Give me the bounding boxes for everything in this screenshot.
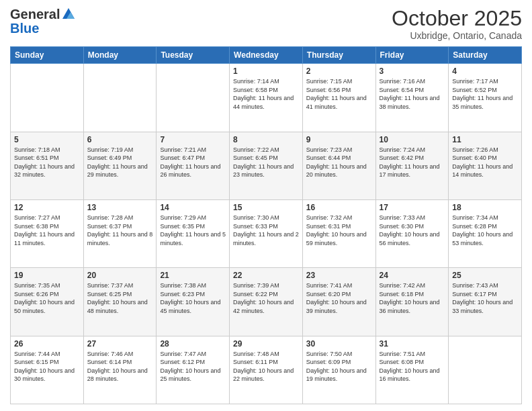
calendar-cell: 14Sunrise: 7:29 AM Sunset: 6:35 PM Dayli…: [157, 199, 230, 267]
calendar-cell: 23Sunrise: 7:41 AM Sunset: 6:20 PM Dayli…: [302, 268, 375, 336]
day-info: Sunrise: 7:50 AM Sunset: 6:09 PM Dayligh…: [306, 350, 372, 383]
day-number: 5: [14, 135, 80, 144]
day-number: 18: [452, 203, 518, 212]
day-info: Sunrise: 7:18 AM Sunset: 6:51 PM Dayligh…: [14, 146, 80, 179]
calendar-cell: 4Sunrise: 7:17 AM Sunset: 6:52 PM Daylig…: [449, 64, 522, 132]
day-info: Sunrise: 7:44 AM Sunset: 6:15 PM Dayligh…: [14, 350, 80, 383]
calendar-cell: 11Sunrise: 7:26 AM Sunset: 6:40 PM Dayli…: [449, 132, 522, 199]
calendar-cell: [449, 336, 522, 404]
day-number: 2: [306, 66, 372, 76]
calendar-cell: 2Sunrise: 7:15 AM Sunset: 6:56 PM Daylig…: [302, 64, 375, 132]
calendar-cell: 7Sunrise: 7:21 AM Sunset: 6:47 PM Daylig…: [157, 132, 230, 199]
calendar-cell: 6Sunrise: 7:19 AM Sunset: 6:49 PM Daylig…: [83, 132, 157, 199]
day-number: 10: [380, 135, 445, 144]
day-number: 23: [306, 271, 372, 280]
day-info: Sunrise: 7:35 AM Sunset: 6:26 PM Dayligh…: [14, 281, 80, 315]
calendar-cell: 1Sunrise: 7:14 AM Sunset: 6:58 PM Daylig…: [230, 64, 303, 132]
col-friday: Friday: [375, 47, 449, 64]
day-number: 11: [452, 135, 518, 144]
logo: General Blue: [10, 7, 76, 35]
day-number: 17: [380, 203, 445, 212]
calendar-cell: 3Sunrise: 7:16 AM Sunset: 6:54 PM Daylig…: [375, 64, 449, 132]
calendar-week-row: 1Sunrise: 7:14 AM Sunset: 6:58 PM Daylig…: [11, 64, 522, 132]
day-number: 30: [306, 339, 372, 349]
day-info: Sunrise: 7:39 AM Sunset: 6:22 PM Dayligh…: [233, 281, 299, 315]
day-info: Sunrise: 7:43 AM Sunset: 6:17 PM Dayligh…: [452, 281, 518, 315]
col-sunday: Sunday: [11, 47, 84, 64]
day-number: 13: [87, 203, 153, 212]
calendar-cell: 18Sunrise: 7:34 AM Sunset: 6:28 PM Dayli…: [449, 199, 522, 267]
day-info: Sunrise: 7:26 AM Sunset: 6:40 PM Dayligh…: [452, 146, 518, 179]
calendar-week-row: 12Sunrise: 7:27 AM Sunset: 6:38 PM Dayli…: [11, 199, 522, 267]
day-number: 26: [14, 339, 80, 349]
calendar-cell: [11, 64, 84, 132]
day-number: 16: [306, 203, 372, 212]
day-info: Sunrise: 7:15 AM Sunset: 6:56 PM Dayligh…: [306, 77, 372, 111]
calendar-cell: 30Sunrise: 7:50 AM Sunset: 6:09 PM Dayli…: [302, 336, 375, 404]
day-number: 31: [380, 339, 445, 349]
calendar-week-row: 19Sunrise: 7:35 AM Sunset: 6:26 PM Dayli…: [11, 268, 522, 336]
calendar-cell: [83, 64, 157, 132]
calendar-cell: 27Sunrise: 7:46 AM Sunset: 6:14 PM Dayli…: [83, 336, 157, 404]
day-number: 21: [160, 271, 226, 280]
day-info: Sunrise: 7:42 AM Sunset: 6:18 PM Dayligh…: [380, 281, 445, 315]
calendar-cell: 15Sunrise: 7:30 AM Sunset: 6:33 PM Dayli…: [230, 199, 303, 267]
day-number: 3: [380, 66, 445, 76]
day-number: 29: [233, 339, 299, 349]
calendar-cell: 20Sunrise: 7:37 AM Sunset: 6:25 PM Dayli…: [83, 268, 157, 336]
calendar-cell: 25Sunrise: 7:43 AM Sunset: 6:17 PM Dayli…: [449, 268, 522, 336]
day-number: 6: [87, 135, 153, 144]
col-wednesday: Wednesday: [230, 47, 303, 64]
day-info: Sunrise: 7:17 AM Sunset: 6:52 PM Dayligh…: [452, 77, 518, 111]
calendar-cell: 16Sunrise: 7:32 AM Sunset: 6:31 PM Dayli…: [302, 199, 375, 267]
day-number: 4: [452, 66, 518, 76]
calendar-table: Sunday Monday Tuesday Wednesday Thursday…: [10, 46, 522, 404]
day-number: 15: [233, 203, 299, 212]
day-info: Sunrise: 7:19 AM Sunset: 6:49 PM Dayligh…: [87, 146, 153, 179]
day-info: Sunrise: 7:22 AM Sunset: 6:45 PM Dayligh…: [233, 146, 299, 179]
day-number: 22: [233, 271, 299, 280]
calendar-cell: 10Sunrise: 7:24 AM Sunset: 6:42 PM Dayli…: [375, 132, 449, 199]
calendar-cell: 29Sunrise: 7:48 AM Sunset: 6:11 PM Dayli…: [230, 336, 303, 404]
day-number: 19: [14, 271, 80, 280]
day-info: Sunrise: 7:16 AM Sunset: 6:54 PM Dayligh…: [380, 77, 445, 111]
calendar-cell: 31Sunrise: 7:51 AM Sunset: 6:08 PM Dayli…: [375, 336, 449, 404]
day-info: Sunrise: 7:33 AM Sunset: 6:30 PM Dayligh…: [380, 214, 445, 247]
header: General Blue October 2025 Uxbridge, Onta…: [10, 7, 522, 41]
day-number: 27: [87, 339, 153, 349]
day-number: 12: [14, 203, 80, 212]
calendar-cell: 8Sunrise: 7:22 AM Sunset: 6:45 PM Daylig…: [230, 132, 303, 199]
page-title: October 2025: [392, 7, 522, 30]
logo-icon: [61, 7, 76, 21]
day-info: Sunrise: 7:29 AM Sunset: 6:35 PM Dayligh…: [160, 214, 226, 247]
calendar-cell: [157, 64, 230, 132]
col-thursday: Thursday: [302, 47, 375, 64]
day-info: Sunrise: 7:32 AM Sunset: 6:31 PM Dayligh…: [306, 214, 372, 247]
calendar-cell: 17Sunrise: 7:33 AM Sunset: 6:30 PM Dayli…: [375, 199, 449, 267]
calendar-cell: 21Sunrise: 7:38 AM Sunset: 6:23 PM Dayli…: [157, 268, 230, 336]
calendar-week-row: 5Sunrise: 7:18 AM Sunset: 6:51 PM Daylig…: [11, 132, 522, 199]
calendar-cell: 12Sunrise: 7:27 AM Sunset: 6:38 PM Dayli…: [11, 199, 84, 267]
calendar-cell: 9Sunrise: 7:23 AM Sunset: 6:44 PM Daylig…: [302, 132, 375, 199]
title-block: October 2025 Uxbridge, Ontario, Canada: [392, 7, 522, 41]
calendar-cell: 5Sunrise: 7:18 AM Sunset: 6:51 PM Daylig…: [11, 132, 84, 199]
day-number: 24: [380, 271, 445, 280]
day-number: 8: [233, 135, 299, 144]
calendar-cell: 28Sunrise: 7:47 AM Sunset: 6:12 PM Dayli…: [157, 336, 230, 404]
day-number: 7: [160, 135, 226, 144]
day-number: 1: [233, 66, 299, 76]
day-number: 9: [306, 135, 372, 144]
calendar-cell: 26Sunrise: 7:44 AM Sunset: 6:15 PM Dayli…: [11, 336, 84, 404]
day-info: Sunrise: 7:38 AM Sunset: 6:23 PM Dayligh…: [160, 281, 226, 315]
page-subtitle: Uxbridge, Ontario, Canada: [392, 30, 522, 41]
day-number: 28: [160, 339, 226, 349]
calendar-week-row: 26Sunrise: 7:44 AM Sunset: 6:15 PM Dayli…: [11, 336, 522, 404]
day-info: Sunrise: 7:51 AM Sunset: 6:08 PM Dayligh…: [380, 350, 445, 383]
day-info: Sunrise: 7:27 AM Sunset: 6:38 PM Dayligh…: [14, 214, 80, 247]
calendar-header-row: Sunday Monday Tuesday Wednesday Thursday…: [11, 47, 522, 64]
day-info: Sunrise: 7:47 AM Sunset: 6:12 PM Dayligh…: [160, 350, 226, 383]
calendar-cell: 22Sunrise: 7:39 AM Sunset: 6:22 PM Dayli…: [230, 268, 303, 336]
day-info: Sunrise: 7:37 AM Sunset: 6:25 PM Dayligh…: [87, 281, 153, 315]
day-info: Sunrise: 7:34 AM Sunset: 6:28 PM Dayligh…: [452, 214, 518, 247]
day-number: 14: [160, 203, 226, 212]
